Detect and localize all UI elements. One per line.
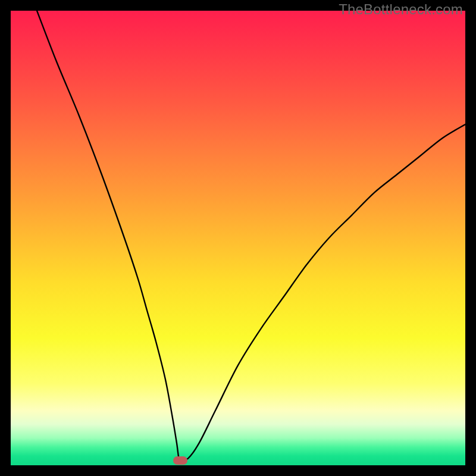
optimal-point-marker	[173, 456, 187, 465]
bottleneck-curve	[11, 11, 465, 465]
chart-frame: TheBottleneck.com	[0, 0, 476, 476]
plot-area	[11, 11, 465, 465]
watermark-text: TheBottleneck.com	[339, 1, 463, 18]
